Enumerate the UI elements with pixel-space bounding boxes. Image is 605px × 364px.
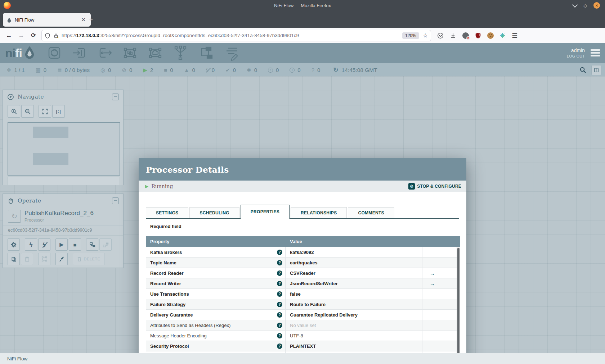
table-header: Property Value: [146, 236, 460, 247]
last-refresh-time: 14:45:08 GMT: [342, 67, 377, 73]
help-icon[interactable]: ?: [277, 270, 282, 276]
pocket-icon[interactable]: [437, 32, 444, 39]
property-name: Kafka Brokers: [150, 250, 182, 255]
logout-link[interactable]: LOG OUT: [567, 54, 585, 58]
paste-button[interactable]: [21, 253, 33, 265]
stop-and-configure-button[interactable]: ⚙ STOP & CONFIGURE: [408, 183, 461, 190]
color-button[interactable]: [55, 253, 68, 265]
global-menu-icon[interactable]: [591, 49, 600, 56]
configure-button[interactable]: [8, 238, 20, 251]
compass-icon: [7, 94, 14, 100]
processor-tool-icon[interactable]: [46, 45, 62, 61]
proxy-mask-icon[interactable]: ✕: [462, 32, 469, 39]
tab-comments[interactable]: COMMENTS: [348, 207, 394, 218]
enable-button[interactable]: ϟ: [25, 238, 37, 251]
go-to-service-icon[interactable]: →: [430, 281, 435, 287]
lock-warning-icon[interactable]: [53, 33, 59, 38]
group-button[interactable]: [38, 253, 50, 265]
collapse-operate-button[interactable]: [112, 197, 119, 204]
property-value-cell[interactable]: kafka:9092: [286, 247, 422, 257]
revert-version-button[interactable]: [99, 238, 112, 251]
scrollbar-thumb[interactable]: [457, 248, 460, 364]
help-icon[interactable]: ?: [277, 312, 282, 318]
property-value-cell[interactable]: false: [286, 289, 422, 299]
zoom-level-badge[interactable]: 120%: [402, 32, 419, 39]
cookie-icon[interactable]: [487, 32, 494, 39]
dialog-title: Processor Details: [146, 165, 229, 174]
flow-canvas[interactable]: Navigate |:|: [0, 76, 605, 364]
property-value-cell[interactable]: PLAINTEXT: [286, 341, 422, 351]
table-scrollbar[interactable]: [457, 247, 460, 364]
bookmark-star-icon[interactable]: ☆: [423, 32, 428, 39]
help-icon[interactable]: ?: [277, 343, 282, 349]
property-row: Use Transactions ? false →: [146, 289, 457, 299]
property-value-cell[interactable]: earthquakes: [286, 258, 422, 268]
status-count: 0: [170, 67, 173, 73]
browser-menu-icon[interactable]: ☰: [512, 32, 517, 40]
zoom-fit-button[interactable]: [39, 105, 51, 118]
help-icon[interactable]: ?: [277, 302, 282, 307]
help-icon[interactable]: ?: [277, 323, 282, 328]
property-row: Kafka Brokers ? kafka:9092 →: [146, 247, 457, 258]
tab-relationships[interactable]: RELATIONSHIPS: [291, 207, 347, 218]
go-to-service-icon[interactable]: →: [430, 270, 435, 276]
zoom-out-button[interactable]: [21, 105, 34, 118]
shield-icon[interactable]: [45, 33, 50, 38]
output-port-tool-icon[interactable]: [97, 45, 113, 61]
back-button[interactable]: ←: [3, 32, 15, 39]
value-column-header: Value: [286, 239, 460, 244]
birdseye-minimap[interactable]: [8, 122, 120, 176]
zoom-in-button[interactable]: [8, 105, 20, 118]
tab-close-icon[interactable]: ✕: [80, 17, 87, 23]
refresh-icon[interactable]: ↻: [333, 66, 338, 74]
property-value: JsonRecordSetWriter: [290, 281, 338, 286]
window-close-icon[interactable]: ✕: [593, 2, 600, 9]
copy-button[interactable]: [8, 253, 20, 265]
property-value-cell[interactable]: UTF-8: [286, 331, 422, 341]
download-icon[interactable]: [450, 32, 456, 39]
grid-icon: ▦: [36, 67, 41, 73]
property-value-cell[interactable]: CSVReader: [286, 268, 422, 278]
delete-button[interactable]: DELETE: [73, 253, 104, 265]
tab-scheduling[interactable]: SCHEDULING: [189, 207, 239, 218]
property-value-cell[interactable]: JsonRecordSetWriter: [286, 278, 422, 288]
forward-button[interactable]: →: [15, 32, 27, 39]
property-name: Record Writer: [150, 281, 181, 286]
zoom-actual-button[interactable]: |:|: [52, 105, 65, 118]
start-version-control-button[interactable]: [86, 238, 98, 251]
ublock-shield-icon[interactable]: [475, 32, 481, 39]
breadcrumb[interactable]: NiFi Flow: [7, 356, 27, 361]
disable-button[interactable]: ϟ: [38, 238, 50, 251]
help-icon[interactable]: ?: [277, 333, 282, 338]
url-field[interactable]: https://172.18.0.3:32558/nifi/?processGr…: [42, 30, 431, 41]
template-tool-icon[interactable]: [198, 45, 214, 61]
tab-settings[interactable]: SETTINGS: [146, 207, 188, 218]
extension-asterisk-icon[interactable]: ✳: [500, 32, 505, 40]
remote-process-group-tool-icon[interactable]: [147, 45, 163, 61]
help-icon[interactable]: ?: [277, 291, 282, 297]
new-tab-button[interactable]: +: [89, 15, 93, 24]
start-button[interactable]: ▶: [55, 238, 68, 251]
window-minimize-icon[interactable]: [572, 2, 578, 8]
property-value-cell[interactable]: Guarantee Replicated Delivery: [286, 310, 422, 320]
browser-tab[interactable]: NiFi Flow ✕: [3, 13, 91, 27]
stop-button[interactable]: ■: [69, 238, 81, 251]
status-item: ? 0: [312, 67, 321, 73]
help-icon[interactable]: ?: [277, 260, 282, 265]
property-value-cell[interactable]: Route to Failure: [286, 299, 422, 309]
funnel-tool-icon[interactable]: [172, 45, 188, 61]
label-tool-icon[interactable]: [223, 45, 239, 61]
property-value-cell[interactable]: No value set: [286, 320, 422, 330]
operate-panel: Operate ↻ PublishKafkaRecord_2_6 Process…: [3, 194, 124, 268]
window-maximize-icon[interactable]: ◇: [583, 3, 587, 8]
input-port-tool-icon[interactable]: [72, 45, 88, 61]
status-count: 0: [108, 67, 111, 73]
bulletin-board-toggle[interactable]: [591, 65, 601, 75]
collapse-navigate-button[interactable]: [112, 94, 119, 100]
tab-properties[interactable]: PROPERTIES: [241, 205, 290, 219]
help-icon[interactable]: ?: [277, 250, 282, 255]
process-group-tool-icon[interactable]: [122, 45, 138, 61]
search-icon[interactable]: [579, 67, 586, 73]
reload-button[interactable]: ⟳: [27, 32, 40, 39]
help-icon[interactable]: ?: [277, 281, 282, 286]
